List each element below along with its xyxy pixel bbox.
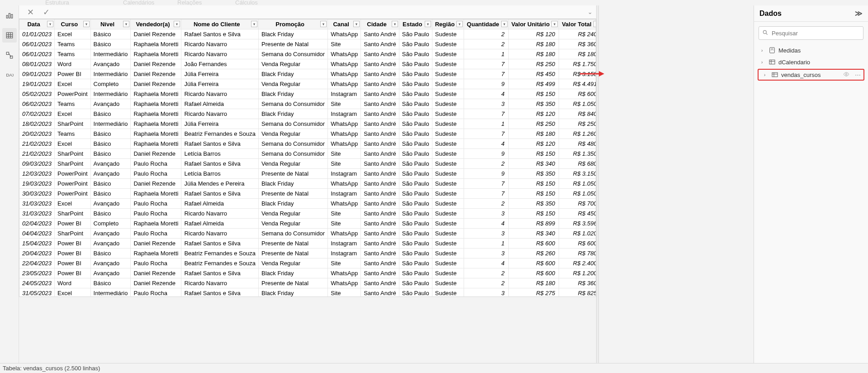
cell[interactable]: São Paulo bbox=[399, 69, 432, 79]
cell[interactable]: Power BI bbox=[55, 249, 90, 258]
cell[interactable]: Santo André bbox=[361, 219, 399, 229]
table-row[interactable]: 15/04/2023Power BIAvançadoDaniel Rezende… bbox=[19, 239, 596, 249]
cell[interactable]: WhatsApp bbox=[328, 268, 361, 278]
cell[interactable]: Excel bbox=[55, 79, 90, 89]
cell[interactable]: Rafael Santos e Silva bbox=[181, 189, 259, 199]
cell[interactable]: R$ 150 bbox=[508, 89, 559, 99]
visibility-icon[interactable] bbox=[843, 71, 849, 79]
column-filter-icon[interactable]: ▾ bbox=[251, 21, 257, 27]
column-filter-icon[interactable]: ▾ bbox=[47, 21, 53, 27]
cell[interactable]: Venda Regular bbox=[258, 209, 327, 219]
cell[interactable]: R$ 360 bbox=[559, 278, 596, 288]
cell[interactable]: 1 bbox=[464, 119, 509, 129]
cell[interactable]: Sudeste bbox=[432, 199, 464, 209]
cell[interactable]: R$ 260 bbox=[508, 249, 559, 258]
cell[interactable]: Santo André bbox=[361, 169, 399, 179]
cell[interactable]: Santo André bbox=[361, 79, 399, 89]
cell[interactable]: Ricardo Navarro bbox=[181, 39, 259, 49]
cell[interactable]: Word bbox=[55, 278, 90, 288]
column-header[interactable]: Valor Total▾ bbox=[559, 19, 596, 29]
cell[interactable]: Black Friday bbox=[258, 288, 327, 297]
table-row[interactable]: 01/01/2023ExcelBásicoDaniel RezendeRafae… bbox=[19, 29, 596, 39]
cell[interactable]: Site bbox=[328, 99, 361, 109]
cell[interactable]: Beatriz Fernandes e Souza bbox=[181, 249, 259, 258]
cell[interactable]: Black Friday bbox=[258, 29, 327, 39]
cell[interactable]: Básico bbox=[90, 179, 131, 189]
cell[interactable]: São Paulo bbox=[399, 129, 432, 139]
cell[interactable]: Básico bbox=[90, 29, 131, 39]
cell[interactable]: R$ 340 bbox=[508, 229, 559, 239]
cell[interactable]: Instagram bbox=[328, 239, 361, 249]
cell[interactable]: Avançado bbox=[90, 268, 131, 278]
cell[interactable]: R$ 250 bbox=[508, 119, 559, 129]
cell[interactable]: 23/05/2023 bbox=[19, 268, 55, 278]
cell[interactable]: Básico bbox=[90, 149, 131, 159]
cell[interactable]: R$ 340 bbox=[508, 159, 559, 169]
cell[interactable]: Santo André bbox=[361, 288, 399, 297]
fields-tree-item[interactable]: ›dCalendario bbox=[756, 56, 866, 68]
cell[interactable]: São Paulo bbox=[399, 119, 432, 129]
cell[interactable]: Teams bbox=[55, 39, 90, 49]
cell[interactable]: WhatsApp bbox=[328, 229, 361, 239]
cell[interactable]: Teams bbox=[55, 129, 90, 139]
cell[interactable]: SharPoint bbox=[55, 119, 90, 129]
cell[interactable]: Santo André bbox=[361, 69, 399, 79]
cell[interactable]: R$ 600 bbox=[559, 239, 596, 249]
cell[interactable]: R$ 499 bbox=[508, 79, 559, 89]
cell[interactable]: Instagram bbox=[328, 169, 361, 179]
cell[interactable]: São Paulo bbox=[399, 229, 432, 239]
cell[interactable]: 4 bbox=[464, 219, 509, 229]
cell[interactable]: Básico bbox=[90, 189, 131, 199]
cell[interactable]: Daniel Rezende bbox=[131, 69, 181, 79]
cell[interactable]: São Paulo bbox=[399, 159, 432, 169]
cell[interactable]: R$ 600 bbox=[508, 258, 559, 268]
column-filter-icon[interactable]: ▾ bbox=[425, 21, 431, 27]
cell[interactable]: R$ 120 bbox=[508, 139, 559, 149]
cell[interactable]: 04/04/2023 bbox=[19, 229, 55, 239]
cell[interactable]: Presente de Natal bbox=[258, 39, 327, 49]
cell[interactable]: SharPoint bbox=[55, 209, 90, 219]
cell[interactable]: Semana do Consumidor bbox=[258, 49, 327, 59]
cell[interactable]: R$ 1.020 bbox=[559, 229, 596, 239]
cell[interactable]: Sudeste bbox=[432, 29, 464, 39]
cell[interactable]: Excel bbox=[55, 109, 90, 119]
column-header[interactable]: Região▾ bbox=[432, 19, 464, 29]
cell[interactable]: Letícia Barros bbox=[181, 149, 259, 159]
cell[interactable]: Básico bbox=[90, 249, 131, 258]
table-row[interactable]: 18/02/2023SharPointIntermediárioRaphaela… bbox=[19, 119, 596, 129]
cell[interactable]: WhatsApp bbox=[328, 278, 361, 288]
data-view-button[interactable] bbox=[2, 28, 17, 43]
cell[interactable]: Ricardo Navarro bbox=[181, 278, 259, 288]
cell[interactable]: Excel bbox=[55, 288, 90, 297]
cell[interactable]: Rafael Almeida bbox=[181, 199, 259, 209]
cell[interactable]: Site bbox=[328, 258, 361, 268]
cell[interactable]: São Paulo bbox=[399, 249, 432, 258]
panel-splitter[interactable] bbox=[596, 5, 599, 363]
cell[interactable]: 07/02/2023 bbox=[19, 109, 55, 119]
cell[interactable]: PowerPoint bbox=[55, 169, 90, 179]
cell[interactable]: Sudeste bbox=[432, 79, 464, 89]
cell[interactable]: Sudeste bbox=[432, 139, 464, 149]
model-view-button[interactable] bbox=[2, 48, 17, 62]
cell[interactable]: São Paulo bbox=[399, 209, 432, 219]
cell[interactable]: Santo André bbox=[361, 258, 399, 268]
cancel-icon[interactable]: ✕ bbox=[27, 7, 34, 17]
column-filter-icon[interactable]: ▾ bbox=[83, 21, 90, 27]
cell[interactable]: Site bbox=[328, 149, 361, 159]
cell[interactable]: WhatsApp bbox=[328, 199, 361, 209]
cell[interactable]: Santo André bbox=[361, 179, 399, 189]
cell[interactable]: Rafael Santos e Silva bbox=[181, 159, 259, 169]
cell[interactable]: Site bbox=[328, 39, 361, 49]
cell[interactable]: Sudeste bbox=[432, 59, 464, 69]
cell[interactable]: Presente de Natal bbox=[258, 239, 327, 249]
cell[interactable]: Santo André bbox=[361, 39, 399, 49]
cell[interactable]: Power BI bbox=[55, 69, 90, 79]
cell[interactable]: R$ 780 bbox=[559, 249, 596, 258]
cell[interactable]: SharPoint bbox=[55, 159, 90, 169]
cell[interactable]: Paulo Rocha bbox=[131, 258, 181, 268]
cell[interactable]: São Paulo bbox=[399, 109, 432, 119]
cell[interactable]: Básico bbox=[90, 109, 131, 119]
cell[interactable]: 2 bbox=[464, 268, 509, 278]
cell[interactable]: Santo André bbox=[361, 119, 399, 129]
table-row[interactable]: 06/01/2023TeamsIntermediárioRaphaela Mor… bbox=[19, 49, 596, 59]
